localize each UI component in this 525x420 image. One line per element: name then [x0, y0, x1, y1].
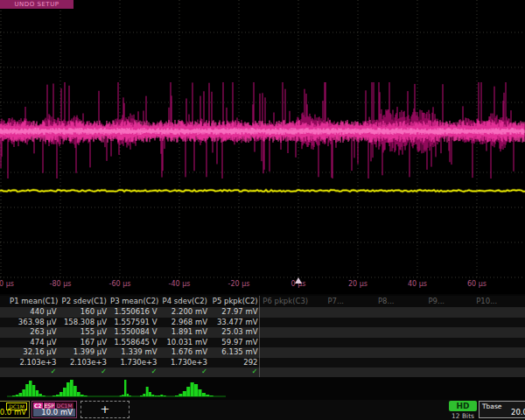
meas-value: 167 µV: [60, 338, 110, 347]
meas-value: 1.550084 V: [109, 327, 160, 337]
histicon-bar: [36, 390, 39, 396]
histicon-bar: [164, 396, 166, 396]
histicon-bar: [52, 396, 56, 396]
meas-column-header[interactable]: P4 sdev(C2): [160, 297, 211, 306]
meas-value: 2.103e+3: [9, 358, 60, 368]
meas-column-header[interactable]: P5 pkpk(C2): [210, 297, 261, 306]
channel-c1-descriptor[interactable]: DC1M 10.0 mV: [0, 401, 30, 418]
meas-value: 10.031 mV: [160, 338, 211, 347]
meas-value: 292: [210, 358, 261, 368]
histicon-bar: [202, 393, 206, 396]
meas-column-header[interactable]: P8...: [361, 297, 412, 306]
meas-column-header[interactable]: P2 sdev(C1): [60, 297, 110, 306]
c1-scale-value: 10.0 mV: [0, 409, 26, 416]
meas-value: 158.308 µV: [60, 318, 110, 327]
meas-value: 1.730e+3: [160, 358, 211, 368]
histicon-bar: [160, 395, 163, 396]
histicon-bar: [16, 395, 19, 396]
meas-column-header[interactable]: P6 pkpk(C3): [261, 297, 312, 306]
meas-value: 1.557591 V: [109, 318, 160, 327]
meas-column-header[interactable]: P11...: [512, 297, 525, 306]
meas-status-check: ✓: [109, 367, 160, 376]
histicon-bar: [77, 392, 80, 396]
meas-value: 263 µV: [9, 327, 60, 337]
timebase-value: 20.0 µs: [511, 408, 525, 416]
histicon-bar: [63, 388, 66, 396]
time-tick-label: -80 µs: [50, 280, 72, 288]
histicon-bar: [146, 387, 149, 396]
meas-column-header[interactable]: P7...: [311, 297, 361, 306]
histicon-bar: [143, 394, 145, 396]
histicon-bar: [74, 386, 77, 396]
meas-value: 25.03 mV: [210, 327, 261, 337]
histicon-bar: [56, 395, 60, 396]
meas-value: 474 µV: [9, 338, 60, 347]
histicon-bar: [29, 381, 32, 396]
time-tick-label: -60 µs: [109, 280, 131, 288]
histicon-bar: [206, 395, 209, 396]
histicon-bar: [186, 387, 190, 396]
meas-value: 1.730e+3: [109, 358, 160, 368]
meas-status-check: ✓: [210, 367, 261, 376]
timebase-label: Tbase: [482, 402, 501, 410]
histicon-bar: [80, 395, 84, 396]
histicon-bar: [38, 394, 42, 396]
histicon-bar: [12, 396, 16, 396]
time-tick-label: 60 µs: [467, 280, 486, 288]
meas-status-check: ✓: [60, 367, 110, 376]
channel-c2-descriptor[interactable]: C2ESPDC1M 10.0 mV: [32, 401, 77, 418]
histicon-bar: [198, 389, 201, 396]
histicon-bar: [19, 393, 23, 396]
histicon-bar: [140, 396, 143, 396]
histicon-bar: [149, 392, 151, 396]
c2-scale-value: 10.0 mV: [33, 409, 75, 416]
waveform-plot: [0, 0, 525, 294]
histicon-bar: [178, 394, 182, 396]
meas-value: 27.97 mV: [210, 307, 261, 317]
histicon-bar: [22, 389, 25, 396]
time-tick-label: -100 µs: [0, 280, 14, 288]
histicon-bar: [191, 382, 194, 396]
hd-bits-label: 12 Bits: [447, 412, 479, 420]
oscilloscope-screen: UNDO SETUP -100 µs-80 µs-60 µs-40 µs-20 …: [0, 0, 525, 420]
time-tick-label: 40 µs: [408, 280, 427, 288]
histicon-bar: [42, 396, 46, 396]
histicon-bar: [158, 396, 160, 396]
timebase-descriptor[interactable]: Tbase 20.0 µs: [479, 401, 525, 418]
meas-column-header[interactable]: P3 mean(C2): [109, 297, 160, 306]
histicon-bar: [66, 382, 70, 396]
histicon-bar: [151, 395, 154, 396]
meas-value: 33.477 mV: [210, 318, 261, 327]
add-trace-button[interactable]: +: [80, 401, 130, 418]
measurement-table: P1 mean(C1)440 µV363.98 µV263 µV474 µV32…: [0, 296, 525, 377]
histicon-bar: [120, 396, 122, 396]
meas-value: 59.97 mV: [210, 338, 261, 347]
time-tick-label: -40 µs: [169, 280, 191, 288]
meas-column-header[interactable]: P1 mean(C1): [9, 297, 60, 306]
meas-value: 1.676 mV: [160, 347, 211, 357]
meas-value: 363.98 µV: [9, 318, 60, 327]
meas-column-header[interactable]: P10...: [462, 297, 513, 306]
histicon-bar: [25, 384, 29, 396]
meas-value: 440 µV: [9, 307, 60, 317]
histicon-bar: [122, 395, 123, 396]
histicon-bar: [194, 384, 198, 396]
meas-value: 2.968 mV: [160, 318, 211, 327]
histicon-bar: [60, 392, 63, 396]
meas-value: 1.558645 V: [109, 338, 160, 347]
time-tick-label: -20 µs: [228, 280, 250, 288]
descriptor-bar: DC1M 10.0 mV C2ESPDC1M 10.0 mV + HD 12 B…: [0, 400, 525, 420]
meas-status-check: ✓: [9, 367, 60, 376]
meas-value: 2.200 mV: [160, 307, 211, 317]
meas-value: 1.550616 V: [109, 307, 160, 317]
histicon-bar: [175, 396, 178, 396]
histicon-bar: [129, 396, 130, 396]
grid-hlines: [0, 32, 525, 277]
histicon-bar: [210, 396, 214, 396]
meas-value: 1.891 mV: [160, 327, 211, 337]
meas-value: 160 µV: [60, 307, 110, 317]
meas-column-header[interactable]: P9...: [411, 297, 462, 306]
trigger-position-icon[interactable]: [295, 277, 302, 284]
histicon-bar: [32, 385, 36, 396]
histicon-bar: [183, 391, 186, 396]
